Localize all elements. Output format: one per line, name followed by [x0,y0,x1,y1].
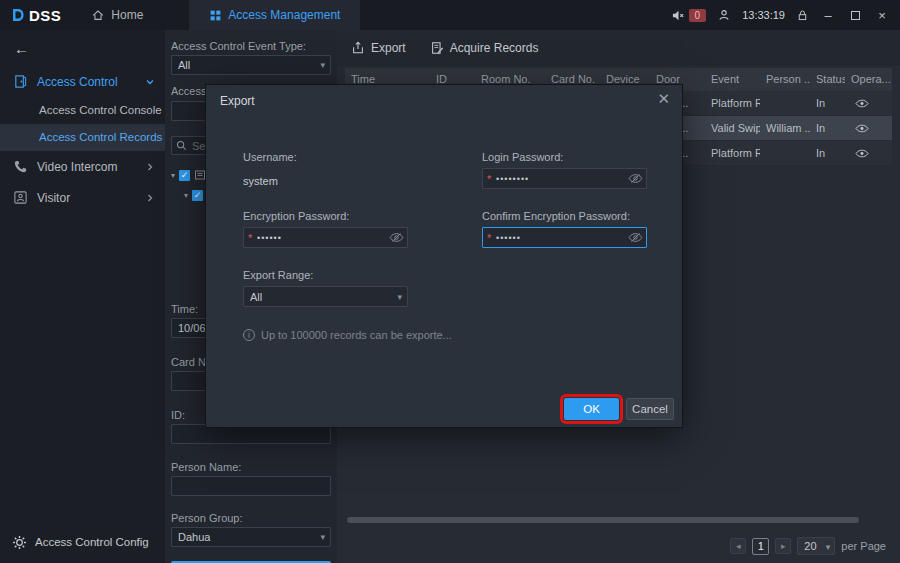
cell-event: Valid Swipe [705,116,760,140]
app-window: DSS Home Access Management 0 13: [0,0,900,563]
view-detail-eye-icon[interactable] [855,124,869,133]
col-status[interactable]: Status [810,68,845,91]
tab-home[interactable]: Home [75,0,159,30]
eye-slash-icon[interactable] [389,232,404,243]
tab-home-label: Home [111,8,143,22]
login-password-input[interactable] [482,168,647,189]
ok-button[interactable]: OK [564,398,619,420]
export-dialog: Export ✕ Username: system Login Password… [205,84,683,428]
close-button[interactable]: × [874,8,890,23]
visitor-icon [13,190,28,205]
user-icon[interactable] [717,8,731,22]
event-type-label: Access Control Event Type: [171,40,331,52]
confirm-password-group: Confirm Encryption Password: * [482,210,647,248]
sidebar-item-label: Video Intercom [37,160,118,174]
confirm-password-label: Confirm Encryption Password: [482,210,647,222]
export-range-select[interactable]: All [243,286,408,307]
username-label: Username: [243,151,408,163]
person-group-select[interactable]: Dahua [171,527,331,547]
speaker-mute-icon [671,9,686,22]
view-detail-eye-icon[interactable] [855,99,869,108]
confirm-password-input[interactable] [482,227,647,248]
maximize-button[interactable] [847,8,863,23]
cell-person: William ... [760,116,810,140]
username-value: system [243,175,408,187]
lock-icon[interactable] [796,9,809,22]
info-icon [243,329,255,341]
home-icon [91,8,105,22]
event-type-value: All [178,59,190,71]
required-asterisk: * [248,232,252,244]
checkbox-checked[interactable] [179,170,190,181]
acquire-records-icon [430,41,444,55]
sidebar-item-label: Access Control [37,75,118,89]
tab-access-management[interactable]: Access Management [189,0,360,30]
access-control-icon [13,74,28,89]
video-intercom-icon [13,159,28,174]
access-control-config[interactable]: Access Control Config [0,527,165,557]
encryption-password-group: Encryption Password: * [243,210,408,248]
col-person[interactable]: Person ... [760,68,810,91]
back-button[interactable]: ← [0,30,165,66]
dss-logo-icon [10,7,26,23]
col-event[interactable]: Event [705,68,760,91]
caret-down-icon: ▾ [184,191,188,200]
login-password-label: Login Password: [482,151,647,163]
dialog-title: Export [220,94,255,108]
pagination: ◂ 1 ▸ 20 per Page [730,537,886,555]
per-page-label: per Page [841,540,886,552]
dialog-form: Username: system Login Password: * Encry… [206,85,682,307]
export-icon [351,41,365,55]
cell-status: In [810,141,845,165]
cell-person [760,141,810,165]
mute-indicator[interactable]: 0 [671,9,707,22]
eye-slash-icon[interactable] [628,173,643,184]
gear-icon [12,535,27,550]
page-size-select[interactable]: 20 [797,537,835,555]
topbar: DSS Home Access Management 0 13: [0,0,900,30]
current-page[interactable]: 1 [752,538,769,555]
cell-operation [845,141,892,165]
export-label: Export [371,41,406,55]
export-button[interactable]: Export [351,41,406,55]
checkbox-checked[interactable] [192,190,203,201]
sidebar-item-access-control-console[interactable]: Access Control Console [0,97,165,124]
cell-status: In [810,116,845,140]
eye-slash-icon[interactable] [628,232,643,243]
sidebar-item-label: Visitor [37,191,70,205]
person-group-label: Person Group: [171,512,331,524]
cancel-button[interactable]: Cancel [626,398,674,420]
sidebar: ← Access Control Access Control Console … [0,30,165,563]
alarm-count-badge: 0 [689,9,707,22]
horizontal-scrollbar[interactable] [347,517,859,523]
page-size-value: 20 [804,540,816,552]
col-operation[interactable]: Opera... [845,68,892,91]
logo-text: DSS [29,7,61,24]
username-group: Username: system [243,151,408,189]
caret-down-icon: ▾ [171,171,175,180]
view-detail-eye-icon[interactable] [855,149,869,158]
acquire-records-button[interactable]: Acquire Records [430,41,539,55]
person-name-input[interactable] [171,476,331,496]
records-toolbar: Export Acquire Records [337,30,900,66]
prev-page-button[interactable]: ◂ [730,538,746,554]
sidebar-item-access-control[interactable]: Access Control [0,66,165,97]
sidebar-item-video-intercom[interactable]: Video Intercom [0,151,165,182]
login-password-field: * [482,168,647,189]
encryption-password-field: * [243,227,408,248]
sidebar-item-visitor[interactable]: Visitor [0,182,165,213]
back-arrow-icon: ← [14,40,29,57]
encryption-password-input[interactable] [243,227,408,248]
minimize-button[interactable]: – [820,8,836,23]
event-type-select[interactable]: All [171,55,331,75]
acquire-records-label: Acquire Records [450,41,539,55]
required-asterisk: * [487,232,491,244]
sidebar-item-access-control-records[interactable]: Access Control Records [0,124,165,151]
chevron-down-icon [145,77,155,87]
cell-operation [845,91,892,115]
dss-logo: DSS [0,7,75,24]
export-hint: Up to 100000 records can be exporte... [243,329,682,341]
dialog-close-icon[interactable]: ✕ [657,91,670,106]
person-name-label: Person Name: [171,461,331,473]
next-page-button[interactable]: ▸ [775,538,791,554]
